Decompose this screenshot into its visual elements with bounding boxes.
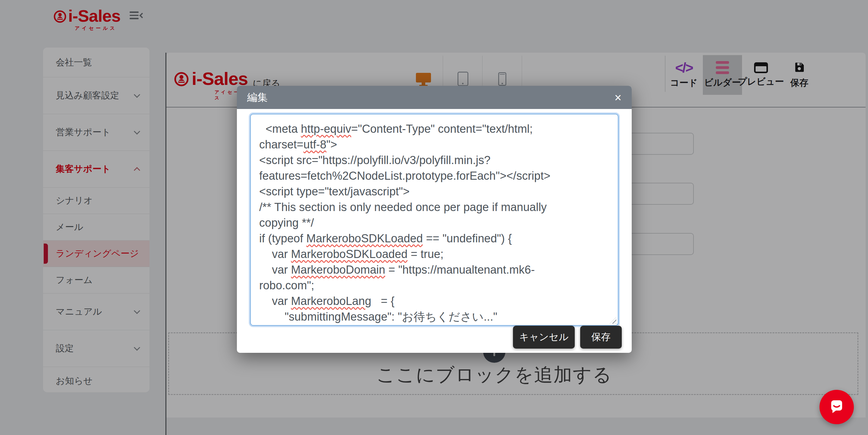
code-editor-textarea[interactable]: <meta http-equiv="Content-Type" content=…	[250, 114, 618, 326]
edit-modal-header: 編集 ×	[237, 86, 632, 109]
code-line: copying **/	[259, 215, 610, 231]
code-line: features=fetch%2CNodeList.prototype.forE…	[259, 168, 610, 183]
code-line: if (typeof MarkeroboSDKLoaded == "undefi…	[259, 231, 610, 246]
code-line: var MarkeroboLang = {	[259, 293, 610, 309]
misspelled-token: MarkeroboSDKLoaded	[306, 232, 423, 245]
misspelled-token: MarkeroboSDKLoaded	[291, 248, 408, 260]
misspelled-token: MarkeroboLang	[291, 295, 371, 307]
chat-launcher-button[interactable]	[819, 390, 854, 424]
textarea-resize-handle[interactable]	[610, 317, 616, 324]
modal-title: 編集	[247, 91, 268, 104]
close-icon[interactable]: ×	[615, 92, 621, 104]
chat-bubble-icon	[827, 397, 846, 417]
misspelled-token: utf-8	[304, 138, 327, 151]
code-line: robo.com";	[259, 277, 610, 293]
code-line: charset=utf-8">	[259, 137, 610, 152]
edit-modal: 編集 × <meta http-equiv="Content-Type" con…	[237, 86, 632, 353]
cancel-button[interactable]: キャンセル	[513, 326, 575, 348]
code-line: /** This section is only needed once per…	[259, 199, 610, 215]
code-line: <script src="https://polyfill.io/v3/poly…	[259, 152, 610, 168]
code-line: "submittingMessage": "お待ちください..."	[259, 309, 610, 325]
save-button[interactable]: 保存	[580, 326, 622, 348]
code-line: var MarkeroboSDKLoaded = true;	[259, 246, 610, 262]
code-line: var MarkeroboDomain = "https://manualten…	[259, 262, 610, 277]
app-root: i-Sales アイセールス 会社一覧見込み顧客設定営業サポート集客サポートシナ…	[0, 0, 868, 435]
misspelled-token: MarkeroboDomain	[291, 263, 385, 276]
misspelled-token: http-equiv	[301, 123, 351, 135]
code-line: <meta http-equiv="Content-Type" content=…	[259, 121, 610, 137]
code-line: <script type="text/javascript">	[259, 183, 610, 199]
